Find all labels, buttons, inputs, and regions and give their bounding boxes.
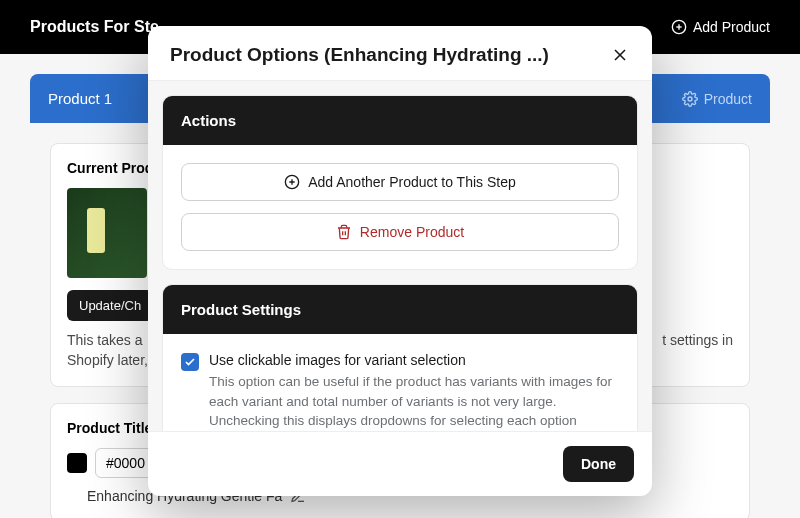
close-icon xyxy=(610,45,630,65)
plus-circle-icon xyxy=(284,174,300,190)
modal-body[interactable]: Actions Add Another Product to This Step… xyxy=(148,80,652,431)
remove-product-label: Remove Product xyxy=(360,224,464,240)
clickable-images-label: Use clickable images for variant selecti… xyxy=(209,352,619,368)
clickable-images-option: Use clickable images for variant selecti… xyxy=(181,352,619,431)
modal-overlay: Product Options (Enhancing Hydrating ...… xyxy=(0,0,800,518)
clickable-images-checkbox[interactable] xyxy=(181,353,199,371)
remove-product-button[interactable]: Remove Product xyxy=(181,213,619,251)
modal-title: Product Options (Enhancing Hydrating ...… xyxy=(170,44,549,66)
add-another-product-button[interactable]: Add Another Product to This Step xyxy=(181,163,619,201)
product-options-modal: Product Options (Enhancing Hydrating ...… xyxy=(148,26,652,496)
add-another-label: Add Another Product to This Step xyxy=(308,174,516,190)
done-button[interactable]: Done xyxy=(563,446,634,482)
settings-header: Product Settings xyxy=(163,285,637,334)
settings-panel: Product Settings Use clickable images fo… xyxy=(162,284,638,431)
modal-footer: Done xyxy=(148,431,652,496)
trash-icon xyxy=(336,224,352,240)
actions-panel: Actions Add Another Product to This Step… xyxy=(162,95,638,270)
actions-header: Actions xyxy=(163,96,637,145)
close-button[interactable] xyxy=(610,45,630,65)
check-icon xyxy=(184,356,196,368)
clickable-images-help: This option can be useful if the product… xyxy=(209,372,619,431)
modal-header: Product Options (Enhancing Hydrating ...… xyxy=(148,26,652,80)
